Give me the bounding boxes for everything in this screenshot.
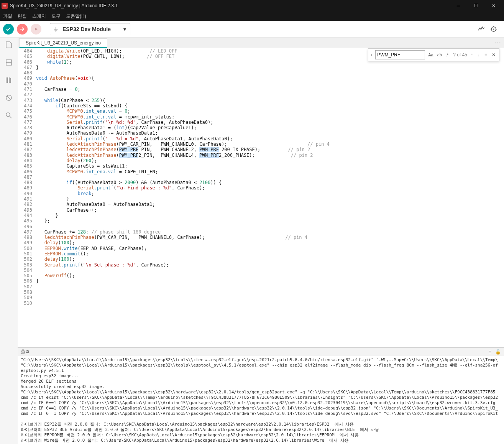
editor-tabs: SpiroKit_U3_240219_US_energy.ino ⋯	[18, 38, 504, 48]
output-title: 출력	[21, 349, 30, 355]
chevron-down-icon: ▾	[123, 26, 126, 32]
find-panel: › Aa ab .* ? of 45 ↑ ↓ ≡ ✕	[368, 48, 499, 61]
menu-sketch[interactable]: 스케치	[32, 13, 46, 20]
close-button[interactable]: ✕	[485, 0, 502, 12]
board-selector[interactable]: ⏚ ESP32 Dev Module ▾	[50, 23, 130, 35]
code-editor[interactable]: 464 465 466 467 468 469 470 471 472 473 …	[18, 48, 504, 347]
minimize-button[interactable]: ─	[450, 0, 467, 12]
boards-manager-icon[interactable]	[5, 58, 13, 67]
debug-icon[interactable]	[5, 94, 13, 102]
menu-help[interactable]: 도움말(H)	[66, 13, 86, 20]
maximize-button[interactable]: ☐	[467, 0, 485, 12]
find-input[interactable]	[375, 50, 425, 59]
serial-plotter-icon[interactable]	[478, 26, 485, 33]
tab-overflow-icon[interactable]: ⋯	[495, 39, 502, 46]
upload-button[interactable]	[17, 24, 28, 35]
line-gutter: 464 465 466 467 468 469 470 471 472 473 …	[18, 48, 36, 347]
window-title: SpiroKit_U3_240219_US_energy | Arduino I…	[10, 3, 450, 8]
output-header: 출력 ≡ 🔓	[18, 347, 504, 356]
tab-sketch[interactable]: SpiroKit_U3_240219_US_energy.ino	[19, 38, 107, 48]
menubar: 파일 편집 스케치 도구 도움말(H)	[0, 12, 504, 21]
serial-monitor-icon[interactable]	[490, 26, 497, 33]
titlebar: ∞ SpiroKit_U3_240219_US_energy | Arduino…	[0, 0, 504, 12]
library-manager-icon[interactable]	[5, 76, 13, 84]
find-next-icon[interactable]: ↓	[476, 52, 481, 58]
menu-edit[interactable]: 편집	[18, 13, 27, 20]
menu-file[interactable]: 파일	[3, 13, 12, 20]
code-text[interactable]: digitalWrite(OP_LED, HIGH); // LED OFF d…	[36, 48, 504, 347]
find-prev-icon[interactable]: ↑	[470, 52, 474, 58]
find-close-icon[interactable]: ✕	[491, 52, 497, 58]
toolbar: ⏚ ESP32 Dev Module ▾	[0, 21, 504, 38]
activity-bar	[0, 38, 18, 444]
menu-tools[interactable]: 도구	[51, 13, 61, 20]
find-whole-word[interactable]: ab	[437, 53, 443, 57]
find-filter-icon[interactable]: ≡	[483, 52, 488, 58]
verify-button[interactable]	[3, 24, 14, 35]
search-icon[interactable]	[5, 111, 13, 120]
output-panel[interactable]: "C:\\Users\\SKC\\AppData\\Local\\Arduino…	[18, 356, 504, 444]
output-lock-icon[interactable]: 🔓	[495, 349, 501, 355]
board-name: ESP32 Dev Module	[62, 26, 123, 32]
find-regex[interactable]: .*	[445, 53, 449, 57]
sketchbook-icon[interactable]	[5, 41, 13, 49]
svg-point-4	[6, 113, 10, 117]
find-match-case[interactable]: Aa	[427, 53, 434, 57]
svg-point-1	[493, 28, 494, 30]
find-count: ? of 45	[453, 52, 467, 58]
plug-icon: ⏚	[54, 26, 58, 33]
app-icon: ∞	[2, 3, 8, 9]
debug-button[interactable]	[31, 24, 41, 35]
output-options-icon[interactable]: ≡	[489, 349, 491, 355]
find-expand-icon[interactable]: ›	[370, 52, 373, 58]
